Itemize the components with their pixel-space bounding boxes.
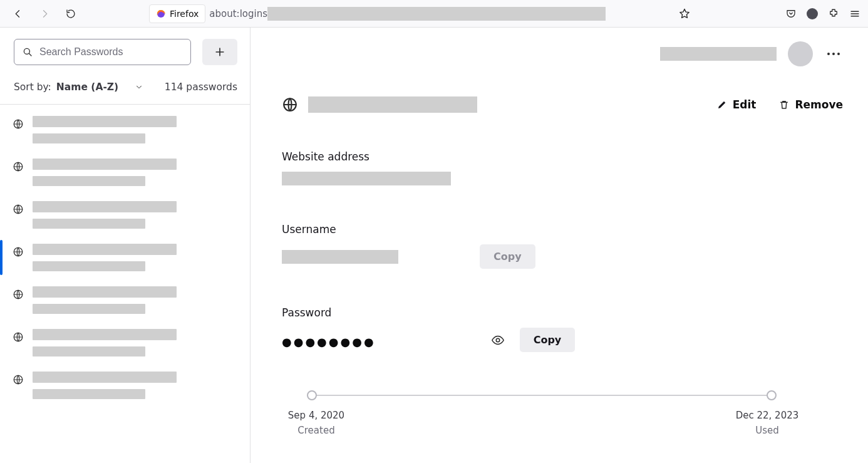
arrow-left-icon	[13, 8, 24, 19]
login-item-title-redacted	[33, 116, 177, 127]
login-list[interactable]	[0, 105, 250, 463]
hamburger-menu-icon[interactable]	[849, 8, 860, 19]
url-redacted	[267, 7, 606, 21]
search-passwords-input-wrap[interactable]	[14, 39, 191, 65]
search-passwords-input[interactable]	[39, 46, 183, 58]
login-list-item[interactable]	[0, 364, 250, 407]
globe-icon	[13, 161, 24, 172]
bookmark-star-icon[interactable]	[678, 8, 691, 20]
edit-button[interactable]: Edit	[716, 98, 757, 111]
login-timeline: Sep 4, 2020 Created Dec 22, 2023 Used	[282, 390, 802, 436]
firefox-logo-icon	[156, 9, 166, 19]
login-item-subtitle-redacted	[33, 219, 145, 229]
more-menu-button[interactable]	[824, 49, 843, 58]
add-login-button[interactable]	[202, 39, 237, 65]
sort-dropdown[interactable]: Sort by: Name (A-Z)	[14, 81, 143, 93]
login-item-subtitle-redacted	[33, 261, 145, 271]
toolbar-right	[785, 8, 860, 19]
login-list-item[interactable]	[0, 236, 250, 279]
eye-icon	[491, 333, 505, 347]
password-masked: ●●●●●●●●	[282, 335, 376, 348]
login-item-title-redacted	[33, 286, 177, 298]
website-label: Website address	[282, 150, 843, 163]
more-menu-icon	[827, 52, 840, 56]
svg-point-11	[837, 53, 840, 55]
login-item-title-redacted	[33, 244, 177, 255]
sort-prefix: Sort by:	[14, 81, 51, 93]
globe-icon	[13, 204, 24, 215]
account-name-redacted	[660, 47, 777, 61]
copy-label: Copy	[493, 251, 522, 263]
timeline-created-dot	[307, 390, 317, 400]
back-button[interactable]	[8, 3, 29, 24]
timeline-created-date: Sep 4, 2020	[288, 410, 344, 421]
remove-label: Remove	[795, 98, 843, 111]
timeline-used-dot	[767, 390, 777, 400]
timeline-track	[312, 395, 772, 396]
sort-value: Name (A-Z)	[56, 81, 118, 93]
extensions-icon[interactable]	[828, 8, 839, 19]
svg-point-13	[496, 338, 500, 342]
remove-button[interactable]: Remove	[778, 98, 843, 111]
svg-point-9	[827, 53, 830, 55]
username-value-redacted	[282, 250, 398, 264]
copy-label: Copy	[534, 334, 562, 346]
account-avatar-icon[interactable]	[807, 8, 818, 19]
login-list-item[interactable]	[0, 108, 250, 151]
pencil-icon	[716, 99, 728, 110]
password-count: 114 passwords	[165, 81, 237, 93]
timeline-used-date: Dec 22, 2023	[736, 410, 799, 421]
password-label: Password	[282, 306, 843, 319]
browser-toolbar: Firefox about:logins	[0, 0, 868, 28]
reveal-password-button[interactable]	[491, 333, 505, 347]
globe-icon	[13, 118, 24, 130]
website-value-redacted[interactable]	[282, 172, 451, 185]
login-item-subtitle-redacted	[33, 176, 145, 186]
login-item-title-redacted	[33, 372, 177, 383]
identity-label: Firefox	[170, 9, 199, 19]
search-icon	[22, 46, 33, 58]
chevron-down-icon	[135, 83, 143, 91]
globe-icon	[13, 374, 24, 385]
edit-label: Edit	[733, 98, 757, 111]
url-bar[interactable]: Firefox about:logins	[149, 4, 606, 23]
username-label: Username	[282, 223, 843, 236]
reload-icon	[65, 8, 76, 19]
globe-icon	[13, 246, 24, 258]
globe-icon	[13, 289, 24, 300]
arrow-right-icon	[39, 8, 50, 19]
login-item-title-redacted	[33, 201, 177, 212]
login-item-subtitle-redacted	[33, 133, 145, 143]
globe-icon	[13, 331, 24, 343]
url-text: about:logins	[209, 8, 267, 19]
login-title-redacted	[308, 96, 477, 113]
login-item-subtitle-redacted	[33, 346, 145, 356]
timeline-created-label: Created	[297, 425, 334, 436]
login-detail: Edit Remove Website address Username Cop…	[251, 28, 868, 463]
login-list-item[interactable]	[0, 279, 250, 321]
forward-button[interactable]	[34, 3, 55, 24]
login-list-item[interactable]	[0, 151, 250, 194]
logins-page: Sort by: Name (A-Z) 114 passwords	[0, 28, 868, 463]
trash-icon	[778, 99, 790, 110]
login-item-subtitle-redacted	[33, 304, 145, 314]
login-item-subtitle-redacted	[33, 389, 145, 399]
copy-username-button[interactable]: Copy	[480, 244, 535, 269]
pocket-icon[interactable]	[785, 8, 797, 19]
plus-icon	[214, 46, 226, 58]
login-sidebar: Sort by: Name (A-Z) 114 passwords	[0, 28, 251, 463]
login-item-title-redacted	[33, 329, 177, 340]
account-avatar[interactable]	[788, 41, 813, 66]
globe-icon	[282, 96, 298, 113]
timeline-used-label: Used	[755, 425, 779, 436]
reload-button[interactable]	[60, 3, 81, 24]
login-list-item[interactable]	[0, 321, 250, 364]
login-item-title-redacted	[33, 159, 177, 170]
copy-password-button[interactable]: Copy	[520, 328, 576, 352]
svg-point-10	[832, 53, 835, 55]
identity-chip[interactable]: Firefox	[149, 4, 205, 23]
login-list-item[interactable]	[0, 194, 250, 236]
